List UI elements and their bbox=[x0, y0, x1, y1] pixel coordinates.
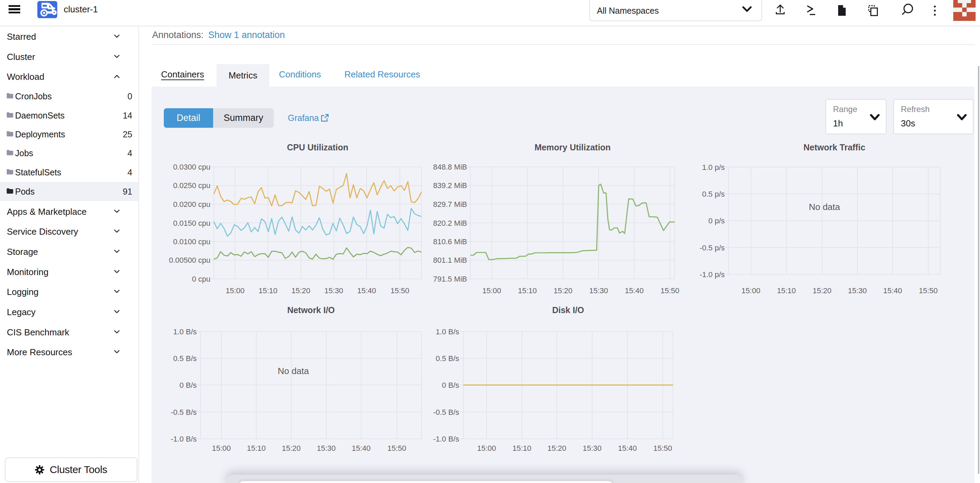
svg-text:15:30: 15:30 bbox=[582, 444, 601, 453]
svg-text:15:00: 15:00 bbox=[212, 444, 231, 453]
svg-text:0.0300 cpu: 0.0300 cpu bbox=[173, 163, 210, 171]
svg-text:15:20: 15:20 bbox=[813, 286, 831, 295]
svg-text:848.8 MiB: 848.8 MiB bbox=[433, 163, 467, 171]
svg-text:791.5 MiB: 791.5 MiB bbox=[433, 275, 467, 283]
svg-text:15:20: 15:20 bbox=[547, 444, 566, 453]
svg-text:Network I/O: Network I/O bbox=[287, 305, 335, 315]
svg-text:15:20: 15:20 bbox=[554, 286, 572, 295]
svg-text:0 B/s: 0 B/s bbox=[442, 381, 459, 389]
svg-text:15:50: 15:50 bbox=[919, 286, 937, 295]
svg-text:-0.5 p/s: -0.5 p/s bbox=[700, 243, 725, 252]
svg-text:810.6 MiB: 810.6 MiB bbox=[433, 237, 467, 246]
svg-text:15:30: 15:30 bbox=[589, 286, 608, 295]
svg-text:829.7 MiB: 829.7 MiB bbox=[433, 200, 467, 209]
svg-text:0.5 p/s: 0.5 p/s bbox=[702, 190, 725, 199]
svg-text:15:00: 15:00 bbox=[226, 286, 244, 295]
svg-text:15:10: 15:10 bbox=[247, 444, 266, 453]
svg-text:1.0 p/s: 1.0 p/s bbox=[702, 163, 725, 172]
svg-text:0 p/s: 0 p/s bbox=[708, 216, 725, 225]
svg-text:15:40: 15:40 bbox=[618, 444, 636, 453]
svg-text:1.0 B/s: 1.0 B/s bbox=[173, 327, 197, 336]
svg-text:0 B/s: 0 B/s bbox=[180, 381, 197, 389]
svg-text:Network Traffic: Network Traffic bbox=[803, 143, 865, 152]
svg-text:0.5 B/s: 0.5 B/s bbox=[173, 354, 197, 363]
svg-text:1.0 B/s: 1.0 B/s bbox=[436, 327, 459, 336]
svg-text:-1.0 p/s: -1.0 p/s bbox=[700, 270, 725, 279]
svg-text:15:00: 15:00 bbox=[482, 286, 501, 295]
svg-text:15:40: 15:40 bbox=[352, 444, 371, 453]
svg-text:15:20: 15:20 bbox=[291, 286, 310, 295]
svg-text:-1.0 B/s: -1.0 B/s bbox=[171, 435, 197, 443]
svg-text:0.0100 cpu: 0.0100 cpu bbox=[173, 237, 210, 246]
svg-text:15:40: 15:40 bbox=[883, 286, 902, 295]
svg-text:CPU Utilization: CPU Utilization bbox=[287, 143, 348, 152]
svg-text:Disk I/O: Disk I/O bbox=[552, 305, 584, 315]
svg-text:15:50: 15:50 bbox=[653, 444, 672, 453]
svg-text:15:00: 15:00 bbox=[477, 444, 496, 453]
svg-text:-0.5 B/s: -0.5 B/s bbox=[433, 408, 459, 416]
svg-text:15:10: 15:10 bbox=[512, 444, 531, 453]
svg-text:0.00500 cpu: 0.00500 cpu bbox=[169, 256, 210, 264]
svg-text:-0.5 B/s: -0.5 B/s bbox=[171, 408, 197, 416]
svg-text:15:50: 15:50 bbox=[387, 444, 406, 453]
svg-text:15:00: 15:00 bbox=[741, 286, 760, 295]
svg-text:0.0250 cpu: 0.0250 cpu bbox=[173, 181, 210, 190]
svg-text:No data: No data bbox=[809, 202, 840, 212]
svg-text:0 cpu: 0 cpu bbox=[192, 275, 210, 283]
svg-text:15:50: 15:50 bbox=[660, 286, 679, 295]
svg-text:801.1 MiB: 801.1 MiB bbox=[433, 256, 467, 264]
svg-text:0.5 B/s: 0.5 B/s bbox=[436, 354, 459, 363]
svg-text:15:10: 15:10 bbox=[777, 286, 795, 295]
svg-text:15:40: 15:40 bbox=[357, 286, 376, 295]
svg-text:820.2 MiB: 820.2 MiB bbox=[433, 219, 467, 227]
svg-text:15:50: 15:50 bbox=[390, 286, 409, 295]
svg-text:15:40: 15:40 bbox=[625, 286, 644, 295]
svg-text:15:20: 15:20 bbox=[282, 444, 301, 453]
svg-text:15:30: 15:30 bbox=[848, 286, 867, 295]
svg-text:15:10: 15:10 bbox=[258, 286, 277, 295]
svg-text:0.0200 cpu: 0.0200 cpu bbox=[173, 200, 210, 209]
svg-text:15:30: 15:30 bbox=[317, 444, 336, 453]
svg-text:Memory Utilization: Memory Utilization bbox=[535, 143, 611, 152]
svg-text:839.2 MiB: 839.2 MiB bbox=[433, 181, 467, 190]
svg-text:15:10: 15:10 bbox=[518, 286, 536, 295]
svg-text:-1.0 B/s: -1.0 B/s bbox=[433, 435, 459, 443]
svg-text:0.0150 cpu: 0.0150 cpu bbox=[173, 219, 210, 227]
svg-text:15:30: 15:30 bbox=[324, 286, 343, 295]
svg-text:No data: No data bbox=[278, 366, 309, 376]
